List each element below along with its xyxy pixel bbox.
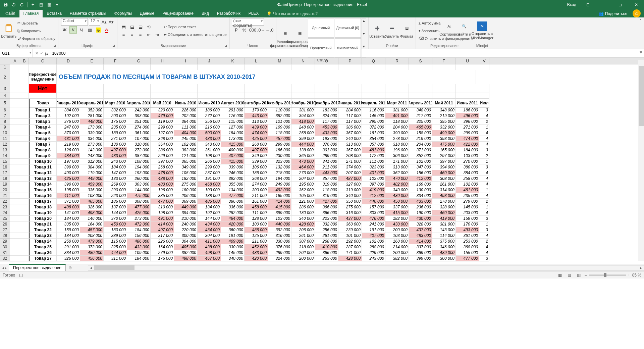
- cell[interactable]: 300 000: [432, 256, 456, 261]
- cell[interactable]: 384 000: [456, 170, 479, 176]
- cell[interactable]: 184 000: [57, 216, 80, 221]
- cell[interactable]: 117 000: [338, 113, 362, 119]
- cell[interactable]: [127, 84, 151, 93]
- cell[interactable]: 229 000: [362, 250, 385, 256]
- cell[interactable]: [10, 119, 20, 124]
- cell[interactable]: [409, 93, 432, 99]
- cell[interactable]: 191 000: [362, 227, 385, 233]
- cell[interactable]: 493 000: [456, 227, 479, 233]
- cell[interactable]: 404 000: [174, 130, 198, 136]
- cell[interactable]: [20, 216, 29, 221]
- cell[interactable]: 126 000: [57, 147, 80, 153]
- cell[interactable]: Перекрестноевыделение: [29, 70, 57, 84]
- cell[interactable]: Март 2010: [104, 99, 127, 107]
- cell[interactable]: 258 000: [291, 130, 315, 136]
- cell[interactable]: 399 000: [409, 256, 432, 261]
- cell[interactable]: Товар 1: [29, 107, 57, 113]
- cell[interactable]: 4: [479, 176, 489, 182]
- cell[interactable]: 318 000: [291, 244, 315, 250]
- cell[interactable]: [20, 124, 29, 130]
- cell[interactable]: 450 000: [385, 199, 409, 204]
- cell[interactable]: [385, 93, 409, 99]
- cell[interactable]: [174, 93, 198, 99]
- cell[interactable]: 459 000: [80, 182, 104, 187]
- cell[interactable]: 476 000: [362, 216, 385, 221]
- cell[interactable]: 188 000: [198, 193, 221, 199]
- cell[interactable]: 477 000: [221, 193, 245, 199]
- zoom-out-icon[interactable]: –: [585, 273, 587, 278]
- cell[interactable]: 415 000: [385, 210, 409, 216]
- cell[interactable]: 401 000: [362, 170, 385, 176]
- cell[interactable]: 376 000: [315, 142, 338, 147]
- cell[interactable]: 299 000: [151, 124, 174, 130]
- cell[interactable]: [10, 153, 20, 159]
- cell[interactable]: [385, 64, 409, 70]
- col-header-U[interactable]: U: [456, 58, 479, 64]
- cell[interactable]: [20, 64, 29, 70]
- cell[interactable]: [198, 93, 221, 99]
- cell[interactable]: 186 000: [456, 107, 479, 113]
- cell[interactable]: 275 000: [174, 182, 198, 187]
- cell[interactable]: [80, 84, 104, 93]
- row-header[interactable]: 29: [0, 239, 10, 244]
- cell[interactable]: 4: [479, 182, 489, 187]
- cell[interactable]: 444 000: [291, 142, 315, 147]
- cell[interactable]: 180 000: [104, 227, 127, 233]
- zoom-level[interactable]: 85 %: [632, 273, 641, 278]
- page-layout-view-icon[interactable]: ▤: [566, 272, 573, 278]
- cell[interactable]: 291 000: [221, 107, 245, 113]
- cell[interactable]: 395 000: [432, 119, 456, 124]
- cell[interactable]: 226 000: [151, 239, 174, 244]
- cell[interactable]: [362, 93, 385, 99]
- cell[interactable]: [104, 84, 127, 93]
- row-header[interactable]: 31: [0, 250, 10, 256]
- tab-file[interactable]: Файл: [1, 10, 19, 17]
- cell[interactable]: 397 000: [362, 182, 385, 187]
- cell[interactable]: [20, 187, 29, 193]
- cell[interactable]: [291, 64, 315, 70]
- cell[interactable]: 202 000: [291, 250, 315, 256]
- cell[interactable]: Октябрь 2010: [268, 99, 291, 107]
- cell[interactable]: [315, 64, 338, 70]
- cell[interactable]: 380 000: [456, 164, 479, 170]
- row-header[interactable]: 26: [0, 221, 10, 227]
- cell[interactable]: [174, 84, 198, 93]
- cell[interactable]: 4: [479, 233, 489, 239]
- tab-view[interactable]: Вид: [198, 10, 213, 17]
- cell[interactable]: 336 000: [80, 187, 104, 193]
- cell[interactable]: [10, 93, 20, 99]
- maximize-icon[interactable]: ◻: [612, 0, 628, 9]
- cell[interactable]: 336 000: [221, 204, 245, 210]
- cell[interactable]: 364 000: [151, 142, 174, 147]
- row-header[interactable]: 10: [0, 130, 10, 136]
- cell[interactable]: 489 000: [432, 250, 456, 256]
- cell[interactable]: [221, 93, 245, 99]
- cell[interactable]: 3: [479, 256, 489, 261]
- cell[interactable]: [268, 64, 291, 70]
- cell[interactable]: 312 000: [80, 159, 104, 164]
- cell[interactable]: 337 000: [409, 244, 432, 250]
- cell[interactable]: 382 000: [174, 250, 198, 256]
- cell[interactable]: 460 000: [432, 210, 456, 216]
- cell[interactable]: 366 000: [315, 210, 338, 216]
- cell[interactable]: 337 000: [385, 204, 409, 210]
- format-painter-button[interactable]: 🖌Формат по образцу: [17, 35, 56, 42]
- cell[interactable]: 271 000: [456, 124, 479, 130]
- redo-icon[interactable]: [18, 1, 25, 8]
- cell[interactable]: 190 000: [409, 210, 432, 216]
- cell[interactable]: 279 000: [456, 199, 479, 204]
- cell[interactable]: 373 000: [80, 244, 104, 250]
- cell[interactable]: 310 000: [151, 204, 174, 210]
- cell[interactable]: 362 000: [291, 187, 315, 193]
- decrease-font-icon[interactable]: A▾: [108, 18, 114, 26]
- cell[interactable]: 117 000: [315, 119, 338, 124]
- cell[interactable]: Товар 27: [29, 256, 57, 261]
- cell[interactable]: 397 000: [432, 159, 456, 164]
- cell[interactable]: 477 000: [127, 204, 151, 210]
- cell[interactable]: 143 000: [80, 147, 104, 153]
- cell[interactable]: 313 000: [385, 164, 409, 170]
- cell[interactable]: 311 000: [104, 256, 127, 261]
- fill-color-button[interactable]: ⬙: [95, 26, 102, 34]
- clipboard-dialog-launcher[interactable]: ◢: [53, 44, 57, 48]
- cell[interactable]: [198, 64, 221, 70]
